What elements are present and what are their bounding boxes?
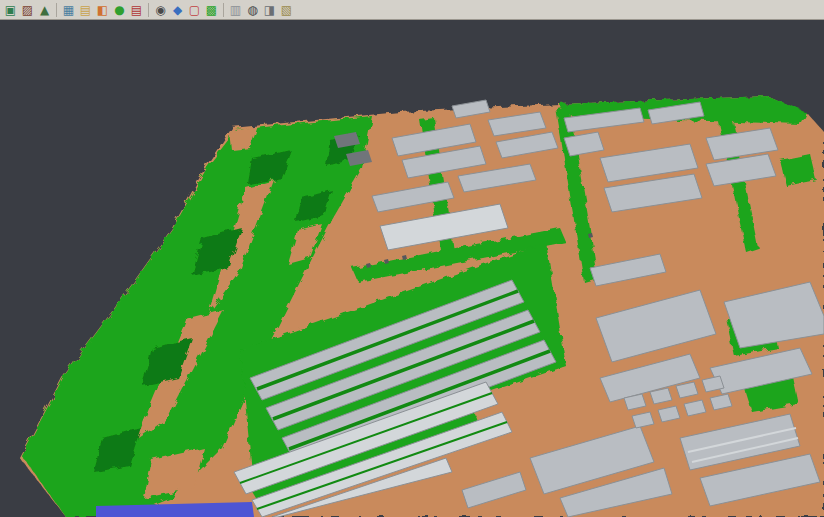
histogram-icon[interactable]: ▧ (278, 2, 295, 18)
toolbar-separator (223, 3, 224, 17)
application-window: ▣▨▲▦▤◧●▤◉◆▢▩▥◍◨▧ (0, 0, 824, 517)
bounding-box-icon[interactable]: ▢ (186, 2, 203, 18)
orthophoto-icon[interactable]: ◧ (94, 2, 111, 18)
globe-icon[interactable]: ◍ (244, 2, 261, 18)
grid-icon[interactable]: ▩ (203, 2, 220, 18)
toolbar: ▣▨▲▦▤◧●▤◉◆▢▩▥◍◨▧ (0, 0, 824, 20)
classification-icon[interactable]: ● (111, 2, 128, 18)
crop-tool-icon[interactable]: ◆ (169, 2, 186, 18)
settings-gear-icon[interactable]: ◉ (152, 2, 169, 18)
point-cloud-icon[interactable]: ▦ (60, 2, 77, 18)
toolbar-separator (148, 3, 149, 17)
terrain-view-icon[interactable]: ▲ (36, 2, 53, 18)
split-view-icon[interactable]: ◨ (261, 2, 278, 18)
scene-svg[interactable] (0, 20, 824, 517)
texture-icon[interactable]: ▤ (77, 2, 94, 18)
viewport-3d[interactable] (0, 20, 824, 517)
open-project-icon[interactable]: ▣ (2, 2, 19, 18)
import-data-icon[interactable]: ▨ (19, 2, 36, 18)
window-layout-icon[interactable]: ▥ (227, 2, 244, 18)
toolbar-separator (56, 3, 57, 17)
filter-icon[interactable]: ▤ (128, 2, 145, 18)
